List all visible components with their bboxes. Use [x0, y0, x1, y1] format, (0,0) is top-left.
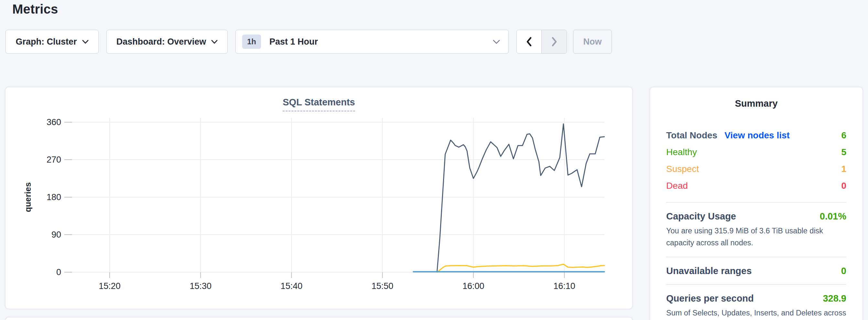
- svg-text:270: 270: [46, 155, 61, 164]
- next-time-window-button[interactable]: [542, 30, 567, 53]
- time-range-badge: 1h: [242, 35, 261, 49]
- time-window-nav: [517, 30, 567, 54]
- healthy-label: Healthy: [666, 147, 697, 157]
- suspect-value: 1: [841, 164, 846, 174]
- summary-title: Summary: [666, 98, 846, 109]
- queries-per-second-description: Sum of Selects, Updates, Inserts, and De…: [666, 307, 846, 320]
- queries-per-second-label: Queries per second: [666, 293, 754, 304]
- svg-text:16:10: 16:10: [553, 281, 575, 291]
- svg-text:15:20: 15:20: [99, 281, 121, 291]
- capacity-usage-section: Capacity Usage 0.01% You are using 315.9…: [666, 211, 846, 249]
- chevron-right-icon: [550, 36, 559, 47]
- capacity-usage-value: 0.01%: [820, 211, 846, 222]
- capacity-usage-description: You are using 315.9 MiB of 3.6 TiB usabl…: [666, 225, 846, 249]
- svg-text:90: 90: [52, 230, 61, 239]
- queries-per-second-section: Queries per second 328.9 Sum of Selects,…: [666, 293, 846, 320]
- dashboard-dropdown[interactable]: Dashboard: Overview: [106, 30, 228, 54]
- sql-statements-chart-card: SQL Statements 09018027036015:2015:3015:…: [5, 87, 632, 309]
- time-range-label: Past 1 Hour: [269, 37, 493, 47]
- graph-dropdown[interactable]: Graph: Cluster: [5, 30, 99, 54]
- suspect-nodes-row: Suspect 1: [666, 161, 846, 178]
- suspect-label: Suspect: [666, 164, 699, 174]
- svg-text:15:50: 15:50: [372, 281, 394, 291]
- page-title: Metrics: [12, 2, 58, 17]
- dead-nodes-row: Dead 0: [666, 178, 846, 194]
- svg-text:0: 0: [56, 267, 61, 277]
- dead-value: 0: [841, 181, 846, 191]
- total-nodes-label: Total Nodes: [666, 130, 717, 140]
- svg-text:15:30: 15:30: [189, 281, 212, 291]
- total-nodes-row: Total Nodes View nodes list 6: [666, 127, 846, 144]
- next-chart-card-partial: [5, 317, 632, 320]
- healthy-nodes-row: Healthy 5: [666, 144, 846, 161]
- divider: [666, 284, 846, 285]
- chevron-left-icon: [525, 36, 534, 47]
- chevron-down-icon: [493, 40, 500, 44]
- chevron-down-icon: [211, 40, 218, 44]
- graph-dropdown-label: Graph: Cluster: [16, 37, 76, 47]
- view-nodes-list-link[interactable]: View nodes list: [724, 130, 790, 140]
- sql-statements-chart[interactable]: 09018027036015:2015:3015:4015:5016:0016:…: [5, 87, 632, 309]
- yellow-series: [437, 264, 604, 273]
- chevron-down-icon: [82, 40, 89, 44]
- healthy-value: 5: [841, 147, 846, 157]
- summary-panel: Summary Total Nodes View nodes list 6 He…: [650, 87, 863, 320]
- svg-text:16:00: 16:00: [462, 281, 485, 291]
- unavailable-ranges-value: 0: [841, 266, 846, 276]
- divider: [666, 257, 846, 257]
- time-range-selector[interactable]: 1h Past 1 Hour: [236, 30, 509, 54]
- previous-time-window-button[interactable]: [517, 30, 542, 53]
- svg-text:180: 180: [46, 192, 61, 202]
- total-nodes-value: 6: [841, 130, 846, 140]
- dead-label: Dead: [666, 181, 688, 191]
- now-button[interactable]: Now: [573, 30, 612, 54]
- unavailable-ranges-section: Unavailable ranges 0: [666, 266, 846, 276]
- unavailable-ranges-label: Unavailable ranges: [666, 266, 751, 276]
- dark-slate-series: [437, 124, 604, 272]
- svg-text:queries: queries: [23, 182, 33, 212]
- queries-per-second-value: 328.9: [823, 293, 846, 304]
- svg-text:15:40: 15:40: [281, 281, 303, 291]
- divider: [666, 202, 846, 203]
- svg-text:360: 360: [46, 117, 61, 127]
- capacity-usage-label: Capacity Usage: [666, 211, 736, 222]
- dashboard-dropdown-label: Dashboard: Overview: [117, 37, 206, 47]
